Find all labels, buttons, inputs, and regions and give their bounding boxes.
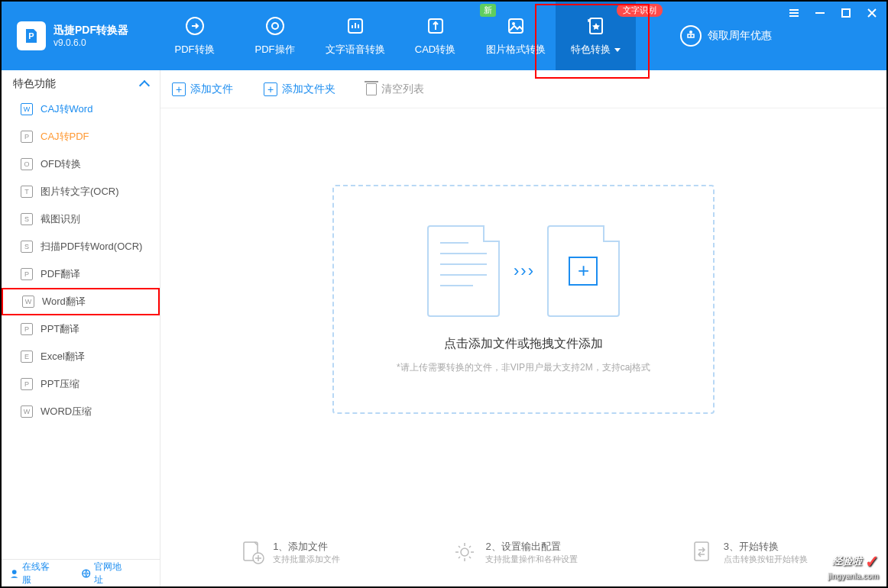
svg-point-3 — [272, 23, 278, 29]
logo-area: P 迅捷PDF转换器 v9.0.6.0 — [2, 21, 154, 50]
sidebar-section-header[interactable]: 特色功能 — [2, 73, 160, 95]
tab-pdf-convert[interactable]: PDF转换 — [154, 2, 235, 70]
file-icon: S — [21, 213, 33, 225]
file-icon: T — [21, 186, 33, 198]
badge-ocr: 文字识别 — [617, 4, 663, 17]
svg-rect-10 — [842, 9, 850, 17]
arrow-icon: ››› — [514, 261, 533, 281]
pdf-operate-icon — [264, 15, 286, 37]
step-convert-icon — [690, 539, 716, 565]
sidebar-item-caj-word[interactable]: WCAJ转Word — [2, 95, 160, 123]
sidebar: 特色功能 WCAJ转Word PCAJ转PDF OOFD转换 T图片转文字(OC… — [2, 70, 160, 586]
svg-point-9 — [689, 31, 692, 34]
file-icon: O — [21, 158, 33, 170]
toolbar: + 添加文件 + 添加文件夹 清空列表 — [160, 70, 886, 108]
cad-icon — [425, 15, 446, 37]
svg-point-11 — [12, 570, 17, 574]
watermark: 经验啦✓ jingyanla.com — [828, 552, 879, 580]
svg-rect-16 — [695, 542, 708, 561]
file-icon: P — [21, 131, 33, 143]
reward-link[interactable]: 领取周年优惠 — [680, 2, 772, 70]
source-file-icon — [427, 225, 500, 317]
step-add-icon — [239, 539, 265, 565]
sidebar-item-excel-translate[interactable]: EExcel翻译 — [2, 343, 160, 370]
sidebar-item-caj-pdf[interactable]: PCAJ转PDF — [2, 123, 160, 150]
step-settings-icon — [452, 539, 478, 565]
sidebar-item-screenshot-ocr[interactable]: S截图识别 — [2, 205, 160, 233]
step-3: 3、开始转换点击转换按钮开始转换 — [690, 539, 808, 565]
reward-icon — [680, 25, 702, 47]
app-version: v9.0.6.0 — [53, 37, 128, 48]
step-1: 1、添加文件支持批量添加文件 — [239, 539, 340, 565]
tab-image-convert[interactable]: 新 图片格式转换 — [475, 2, 556, 70]
add-file-icon: + — [172, 82, 186, 96]
header-tabs: PDF转换 PDF操作 文字语音转换 CAD转换 新 图片格式转换 文字识别 — [154, 2, 636, 70]
main-content: + 添加文件 + 添加文件夹 清空列表 — [160, 70, 886, 586]
file-icon: E — [21, 351, 33, 363]
file-icon: W — [22, 296, 34, 308]
add-folder-icon: + — [264, 82, 277, 96]
file-icon: P — [21, 378, 33, 390]
sidebar-item-ppt-compress[interactable]: PPPT压缩 — [2, 370, 160, 398]
dropzone-title: 点击添加文件或拖拽文件添加 — [444, 336, 603, 352]
online-service-link[interactable]: 在线客服 — [9, 561, 70, 586]
file-icon: P — [21, 268, 33, 280]
maximize-button[interactable] — [839, 6, 853, 20]
pdf-convert-icon — [184, 15, 206, 37]
target-file-icon: + — [547, 225, 620, 317]
file-icon: S — [21, 241, 33, 253]
star-page-icon — [585, 15, 607, 37]
image-icon — [505, 15, 527, 37]
plus-icon: + — [569, 257, 598, 286]
trash-icon — [366, 83, 377, 95]
badge-new: 新 — [480, 4, 496, 17]
dropzone-illustration: ››› + — [427, 225, 620, 317]
file-icon: W — [21, 405, 33, 418]
tab-cad-convert[interactable]: CAD转换 — [395, 2, 475, 70]
app-title: 迅捷PDF转换器 — [53, 24, 128, 37]
tab-special-convert[interactable]: 文字识别 特色转换 — [556, 2, 636, 70]
chevron-up-icon — [139, 80, 150, 91]
app-logo-icon: P — [17, 21, 46, 50]
window-controls — [787, 6, 879, 20]
sidebar-footer: 在线客服 官网地址 — [2, 559, 160, 586]
add-file-button[interactable]: + 添加文件 — [172, 82, 233, 96]
sidebar-item-pdf-translate[interactable]: PPDF翻译 — [2, 260, 160, 288]
dropzone[interactable]: ››› + 点击添加文件或拖拽文件添加 *请上传需要转换的文件，非VIP用户最大… — [332, 185, 715, 414]
sidebar-item-ppt-translate[interactable]: PPPT翻译 — [2, 315, 160, 343]
header: P 迅捷PDF转换器 v9.0.6.0 PDF转换 PDF操作 文字语音转换 — [2, 2, 886, 70]
tab-pdf-operate[interactable]: PDF操作 — [235, 2, 315, 70]
sidebar-item-ofd[interactable]: OOFD转换 — [2, 150, 160, 178]
svg-text:P: P — [28, 31, 34, 40]
menu-button[interactable] — [787, 6, 801, 20]
sidebar-item-ocr-image[interactable]: T图片转文字(OCR) — [2, 178, 160, 205]
website-link[interactable]: 官网地址 — [81, 561, 141, 586]
file-icon: P — [21, 323, 33, 335]
dropzone-hint: *请上传需要转换的文件，非VIP用户最大支持2M，支持caj格式 — [397, 361, 650, 374]
speech-icon — [345, 15, 366, 37]
file-icon: W — [21, 103, 33, 115]
svg-rect-6 — [509, 19, 523, 33]
step-2: 2、设置输出配置支持批量操作和各种设置 — [452, 539, 578, 565]
svg-point-7 — [512, 22, 515, 25]
svg-point-2 — [267, 18, 284, 34]
clear-list-button[interactable]: 清空列表 — [366, 82, 424, 96]
sidebar-items: WCAJ转Word PCAJ转PDF OOFD转换 T图片转文字(OCR) S截… — [2, 95, 160, 559]
sidebar-item-word-translate[interactable]: WWord翻译 — [2, 288, 160, 315]
sidebar-item-word-compress[interactable]: WWORD压缩 — [2, 398, 160, 425]
tab-text-speech[interactable]: 文字语音转换 — [315, 2, 395, 70]
dropdown-arrow-icon — [614, 48, 621, 52]
close-button[interactable] — [865, 6, 879, 20]
svg-point-15 — [461, 548, 468, 556]
steps-bar: 1、添加文件支持批量添加文件 2、设置输出配置支持批量操作和各种设置 3、开始转… — [160, 518, 886, 586]
add-folder-button[interactable]: + 添加文件夹 — [264, 82, 335, 96]
sidebar-item-scan-pdf-word[interactable]: S扫描PDF转Word(OCR) — [2, 233, 160, 260]
minimize-button[interactable] — [813, 6, 827, 20]
